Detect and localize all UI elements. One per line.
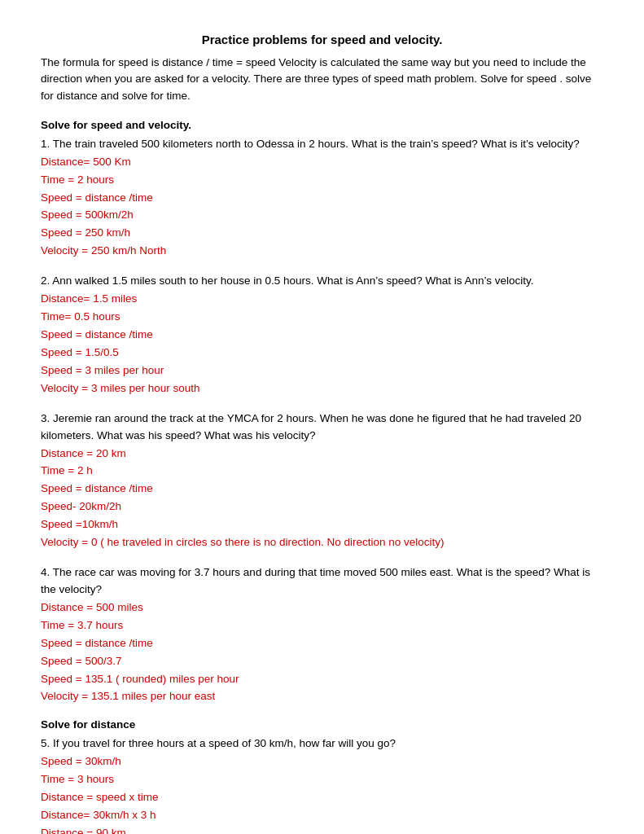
answer-line: Distance = 90 km [41,825,603,834]
answer-line: Distance= 1.5 miles [41,291,603,308]
answer-line: Speed = 500km/2h [41,207,603,224]
problem-5: 5. If you travel for three hours at a sp… [41,735,603,834]
answer-line: Speed =10km/h [41,516,603,533]
problem-4: 4. The race car was moving for 3.7 hours… [41,564,603,705]
answer-line: Speed = distance /time [41,190,603,207]
section1-heading: Solve for speed and velocity. [41,119,603,131]
answer-line: Velocity = 3 miles per hour south [41,380,603,397]
answer-line: Velocity = 250 km/h North [41,243,603,260]
answer-line: Distance = 20 km [41,446,603,463]
answer-line: Speed = 500/3.7 [41,653,603,670]
answer-line: Time = 3.7 hours [41,617,603,634]
answer-line: Distance= 500 Km [41,154,603,171]
answer-line: Speed = 250 km/h [41,225,603,242]
problem-3: 3. Jeremie ran around the track at the Y… [41,410,603,551]
answer-line: Time = 3 hours [41,771,603,788]
intro-text: The formula for speed is distance / time… [41,55,603,104]
answer-line: Speed- 20km/2h [41,498,603,516]
answer-line: Speed = distance /time [41,481,603,498]
answer-line: Time = 2 hours [41,172,603,189]
problem-2: 2. Ann walked 1.5 miles south to her hou… [41,273,603,397]
section2-heading: Solve for distance [41,718,603,731]
answer-line: Time = 2 h [41,463,603,480]
answer-line: Distance = speed x time [41,789,603,806]
answer-line: Speed = 30km/h [41,753,603,770]
answer-line: Velocity = 0 ( he traveled in circles so… [41,534,603,551]
answer-line: Time= 0.5 hours [41,309,603,326]
answer-line: Velocity = 135.1 miles per hour east [41,688,603,705]
problems2-container: 5. If you travel for three hours at a sp… [41,735,603,834]
answer-line: Distance= 30km/h x 3 h [41,807,603,824]
answer-line: Speed = 3 miles per hour [41,362,603,380]
answer-line: Speed = 135.1 ( rounded) miles per hour [41,671,603,688]
question-5: 5. If you travel for three hours at a sp… [41,735,603,753]
answer-line: Speed = 1.5/0.5 [41,345,603,362]
answer-line: Distance = 500 miles [41,599,603,617]
question-2: 2. Ann walked 1.5 miles south to her hou… [41,273,603,290]
question-3: 3. Jeremie ran around the track at the Y… [41,410,603,445]
page-title: Practice problems for speed and velocity… [41,33,603,46]
answer-line: Speed = distance /time [41,327,603,344]
problem-1: 1. The train traveled 500 kilometers nor… [41,136,603,260]
answer-line: Speed = distance /time [41,635,603,652]
question-4: 4. The race car was moving for 3.7 hours… [41,564,603,599]
problems-container: 1. The train traveled 500 kilometers nor… [41,136,603,706]
question-1: 1. The train traveled 500 kilometers nor… [41,136,603,153]
